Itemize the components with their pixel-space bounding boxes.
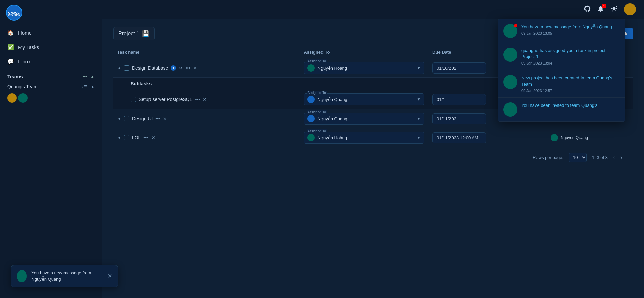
subtask-assigned-dropdown-1[interactable]: Assigned To Nguyễn Quang ▼ (304, 93, 424, 105)
notification-item-1[interactable]: You have a new message from Nguyễn Quang… (498, 19, 625, 43)
subtask-assigned-cell-1: Assigned To Nguyễn Quang ▼ (300, 90, 428, 109)
due-date-2[interactable]: 01/11/202 (432, 113, 486, 124)
assignee-avatar-3 (307, 134, 315, 141)
subtask-badge: 1 (171, 65, 176, 71)
notif-text-2: quangnd has assigned you a task in proje… (521, 48, 619, 60)
notif-content-4: You have been invited to team Quang's (521, 102, 619, 117)
close-icon[interactable]: ✕ (151, 135, 155, 140)
task-name-1: Design Database (132, 65, 168, 71)
sidebar: CHUOC CONG NHANH 🏠 Home ✅ My Tasks 💬 Inb… (0, 0, 102, 298)
logo-area: CHUOC CONG NHANH (0, 0, 102, 26)
notif-avatar-1 (503, 24, 517, 38)
due-date-cell-3: 01/11/2023 12:00 AM (428, 128, 547, 147)
task-checkbox-2[interactable] (124, 116, 129, 121)
task-actions-2: ••• ✕ (155, 116, 167, 121)
notification-badge: 1 (602, 4, 606, 8)
pagination: Rows per page: 10 25 50 1–3 of 3 ‹ › (113, 147, 633, 167)
tasks-icon: ✅ (7, 44, 14, 50)
team-avatar-2 (18, 93, 28, 103)
dropdown-arrow: ▼ (417, 116, 421, 121)
notification-item-4[interactable]: You have been invited to team Quang's (498, 98, 625, 122)
more-icon[interactable]: ••• (143, 135, 148, 140)
assigned-cell-3: Assigned To Nguyễn Hoàng ▼ (300, 128, 428, 147)
github-icon[interactable] (584, 5, 591, 14)
save-icon[interactable]: 💾 (142, 30, 149, 37)
assigned-dropdown-1[interactable]: Assigned To Nguyễn Hoàng ▼ (304, 62, 424, 74)
notif-avatar-3 (503, 75, 517, 89)
dropdown-arrow: ▼ (417, 66, 421, 70)
task-name-3: LOL (132, 135, 141, 140)
notification-item-2[interactable]: quangnd has assigned you a task in proje… (498, 43, 625, 70)
home-icon: 🏠 (7, 30, 14, 36)
subtask-checkbox-1[interactable] (131, 97, 136, 102)
teams-more-icon[interactable]: ••• (82, 74, 87, 79)
close-icon[interactable]: ✕ (193, 65, 197, 71)
theme-icon[interactable] (610, 5, 618, 14)
assignee-avatar-2 (307, 115, 315, 122)
project-title: Project 1 (118, 31, 139, 37)
team-collapse-icon[interactable]: ▲ (90, 84, 95, 89)
team-expand-icon[interactable]: →☰ (79, 84, 88, 89)
dropdown-arrow: ▼ (417, 135, 421, 140)
rows-per-page-label: Rows per page: (533, 155, 563, 160)
expand-icon-2[interactable]: ▼ (117, 116, 121, 121)
assignee-name-3: Nguyễn Hoàng (317, 135, 347, 140)
inbox-icon: 💬 (7, 58, 14, 65)
close-icon[interactable]: ✕ (163, 116, 167, 121)
subtask-icon[interactable]: ↪ (179, 65, 183, 71)
task-actions-1: ↪ ••• ✕ (179, 65, 197, 71)
more-icon[interactable]: ••• (185, 65, 190, 71)
toast-notification: You have a new message from Nguyễn Quang… (102, 265, 118, 287)
assigned-label: Assigned To (307, 129, 326, 133)
more-icon[interactable]: ••• (155, 116, 160, 121)
team-item-quangs[interactable]: Quang's Team →☰ ▲ (0, 81, 102, 91)
subtask-name-1: Setup server PostgreSQL (139, 97, 192, 102)
task-checkbox-1[interactable] (124, 65, 129, 71)
notif-text-4: You have been invited to team Quang's (521, 102, 619, 109)
svg-text:CONG NHANH: CONG NHANH (8, 14, 20, 16)
teams-collapse-icon[interactable]: ▲ (90, 74, 95, 79)
assigned-label: Assigned To (307, 91, 326, 95)
user-avatar[interactable] (624, 3, 636, 15)
app-logo: CHUOC CONG NHANH (6, 5, 22, 21)
table-row: ▼ LOL ••• ✕ Assigned To (113, 128, 633, 147)
teams-section: Teams ••• ▲ (0, 69, 102, 81)
toast-close-button[interactable]: ✕ (108, 273, 112, 279)
more-icon[interactable]: ••• (195, 97, 200, 102)
main-area: 1 Project 1 💾 + Add Task Task name Assig… (102, 0, 644, 298)
notif-text-3: New project has been created in team Qua… (521, 75, 619, 87)
task-name-2: Design UI (132, 116, 153, 121)
expand-icon[interactable]: ▲ (117, 66, 121, 70)
project-title-box: Project 1 💾 (113, 27, 155, 40)
next-page-button[interactable]: › (620, 154, 622, 161)
sidebar-item-my-tasks[interactable]: ✅ My Tasks (0, 40, 102, 54)
sidebar-home-label: Home (18, 30, 32, 36)
assigned-dropdown-2[interactable]: Assigned To Nguyễn Quang ▼ (304, 113, 424, 125)
notif-time-1: 09 Jan 2023 13:05 (521, 31, 619, 35)
svg-point-3 (9, 95, 15, 101)
assigned-label: Assigned To (307, 59, 326, 63)
notifications-icon[interactable]: 1 (597, 5, 604, 14)
svg-point-7 (506, 78, 515, 86)
subtask-due-date-1[interactable]: 01/1 (432, 94, 486, 105)
expand-icon-3[interactable]: ▼ (117, 135, 121, 140)
notif-time-3: 09 Jan 2023 12:57 (521, 89, 619, 93)
assignee-name-1: Nguyễn Hoàng (317, 66, 347, 71)
topbar: 1 (102, 0, 644, 19)
due-date-3[interactable]: 01/11/2023 12:00 AM (432, 132, 486, 143)
subtask-assignee-avatar-1 (307, 96, 315, 103)
due-date-1[interactable]: 01/10/202 (432, 62, 486, 74)
sidebar-item-inbox[interactable]: 💬 Inbox (0, 54, 102, 69)
rows-per-page-select[interactable]: 10 25 50 (569, 153, 587, 162)
notif-content-3: New project has been created in team Qua… (521, 75, 619, 92)
notification-item-3[interactable]: New project has been created in team Qua… (498, 70, 625, 97)
close-icon[interactable]: ✕ (203, 97, 207, 102)
assigned-dropdown-3[interactable]: Assigned To Nguyễn Hoàng ▼ (304, 132, 424, 144)
prev-page-button[interactable]: ‹ (613, 154, 615, 161)
sidebar-item-home[interactable]: 🏠 Home (0, 26, 102, 40)
assignee-avatar-1 (307, 64, 315, 72)
task-checkbox-3[interactable] (124, 135, 129, 140)
notification-panel: You have a new message from Nguyễn Quang… (498, 19, 625, 122)
subtask-assignee-name-1: Nguyễn Quang (317, 97, 347, 102)
notif-avatar-2 (503, 48, 517, 62)
